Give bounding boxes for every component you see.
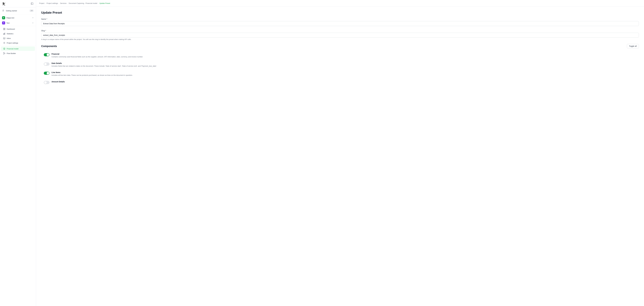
slug-hint: A slug is a unique name of the preset wi… <box>41 38 639 40</box>
name-label: Name * <box>41 18 639 20</box>
svg-rect-6 <box>4 29 5 30</box>
nav-item-dashboard[interactable]: Dashboard <box>1 27 35 31</box>
line-items-info: Line Items Includes all line item data. … <box>52 72 639 76</box>
grid-icon <box>3 28 6 30</box>
sidebar-toggle-button[interactable] <box>30 2 34 6</box>
breadcrumb-project[interactable]: Project <box>39 2 44 4</box>
svg-rect-9 <box>5 33 5 34</box>
chevron-down-icon-k <box>32 17 34 19</box>
nav-label-flow-builder: Flow Builder <box>7 52 16 54</box>
svg-point-2 <box>3 10 4 11</box>
org-test[interactable]: T Test <box>0 20 36 26</box>
name-input[interactable] <box>41 21 639 26</box>
slug-field-section: Slug * A slug is a unique name of the pr… <box>41 30 639 40</box>
svg-point-11 <box>4 43 5 43</box>
org-avatar-k: K <box>2 16 5 19</box>
component-list: Financial Contains commonly used financi… <box>41 51 639 86</box>
bar-chart-icon <box>3 32 6 35</box>
svg-rect-3 <box>3 28 4 29</box>
name-field-section: Name * <box>41 18 639 26</box>
breadcrumb-project-settings[interactable]: Project settings <box>46 2 58 4</box>
divider-2 <box>0 26 36 26</box>
amount-details-info: Amount Details <box>52 81 639 83</box>
component-item-financial: Financial Contains commonly used financi… <box>44 51 639 60</box>
svg-rect-4 <box>4 28 5 29</box>
amount-details-toggle[interactable] <box>44 81 50 84</box>
rocket-icon <box>2 10 5 12</box>
svg-rect-16 <box>3 54 4 54</box>
components-header: Components Toggle all <box>41 44 639 48</box>
nav-item-project-settings[interactable]: Project settings <box>1 41 35 45</box>
date-details-description: Includes fields that are related to date… <box>52 65 168 68</box>
org-klippa-test[interactable]: K Klippa test <box>0 15 36 20</box>
getting-started-item[interactable]: Getting started 2/5 <box>0 8 36 13</box>
toggle-all-button[interactable]: Toggle all <box>627 44 639 48</box>
svg-rect-14 <box>3 52 4 53</box>
breadcrumb-update-preset: Update Preset <box>100 2 110 4</box>
getting-started-section: Getting started 2/5 <box>0 7 36 14</box>
date-details-info: Date Details Includes fields that are re… <box>52 62 639 68</box>
nav-label-dashboard: Dashboard <box>7 28 15 30</box>
components-title: Components <box>41 45 57 48</box>
line-items-description: Includes all line item data. These can b… <box>52 74 168 76</box>
getting-started-badge: 2/5 <box>29 10 34 12</box>
settings-icon <box>3 42 6 44</box>
nav-label-financial-model: Financial model <box>7 48 18 50</box>
date-details-name: Date Details <box>52 62 639 64</box>
circle-dollar-icon: $ <box>3 48 6 50</box>
main-area: Project › Project settings › Services › … <box>36 0 644 306</box>
nav-label-statistics: Statistics <box>7 33 14 35</box>
page-title: Update Preset <box>41 11 639 14</box>
breadcrumb-sep-4: › <box>98 2 99 4</box>
breadcrumb-sep-2: › <box>59 2 60 4</box>
svg-rect-7 <box>3 34 4 34</box>
component-item-line-items: Line Items Includes all line item data. … <box>44 69 639 78</box>
line-items-toggle[interactable] <box>44 72 50 75</box>
nav-item-inbox[interactable]: Inbox <box>1 36 35 40</box>
breadcrumb-sep-3: › <box>67 2 68 4</box>
nav-item-flow-builder[interactable]: Flow Builder <box>1 51 35 56</box>
slug-input[interactable] <box>41 33 639 38</box>
nav-label-project-settings: Project settings <box>7 42 18 44</box>
financial-toggle[interactable] <box>44 53 50 56</box>
component-item-amount-details: Amount Details <box>44 78 639 86</box>
content-area: Update Preset Name * Slug * A slug is a … <box>36 7 644 306</box>
nav-item-statistics[interactable]: Statistics <box>1 32 35 36</box>
financial-name: Financial <box>52 53 639 55</box>
breadcrumb-services[interactable]: Services <box>60 2 66 4</box>
breadcrumb-sep-1: › <box>45 2 46 4</box>
org-name-test: Test <box>6 22 30 24</box>
flow-icon <box>3 52 6 54</box>
svg-rect-8 <box>4 33 4 34</box>
topnav: Project › Project settings › Services › … <box>36 0 644 7</box>
chevron-down-icon-t <box>32 22 34 24</box>
amount-details-name: Amount Details <box>52 81 639 83</box>
line-items-name: Line Items <box>52 72 639 74</box>
sidebar: Getting started 2/5 K Klippa test T Test <box>0 0 36 306</box>
inbox-icon <box>3 37 6 40</box>
org-name-klippa: Klippa test <box>6 17 30 19</box>
date-details-toggle[interactable] <box>44 62 50 66</box>
getting-started-label: Getting started <box>6 10 28 12</box>
component-item-date-details: Date Details Includes fields that are re… <box>44 60 639 70</box>
financial-info: Financial Contains commonly used financi… <box>52 53 639 58</box>
svg-text:$: $ <box>4 48 4 50</box>
org-avatar-t: T <box>2 22 5 24</box>
slug-label: Slug * <box>41 30 639 32</box>
svg-rect-15 <box>4 53 5 54</box>
svg-rect-0 <box>31 3 33 4</box>
sidebar-header <box>0 0 36 7</box>
logo <box>2 2 6 6</box>
nav-label-inbox: Inbox <box>7 37 11 39</box>
financial-description: Contains commonly used financial fields … <box>52 56 168 58</box>
divider-1 <box>0 14 36 15</box>
nav-item-financial-model[interactable]: $ Financial model <box>1 46 35 51</box>
breadcrumb: Project › Project settings › Services › … <box>39 2 110 4</box>
svg-rect-5 <box>3 29 4 30</box>
breadcrumb-doc-capturing[interactable]: Document Capturing - Financial model <box>69 2 97 4</box>
